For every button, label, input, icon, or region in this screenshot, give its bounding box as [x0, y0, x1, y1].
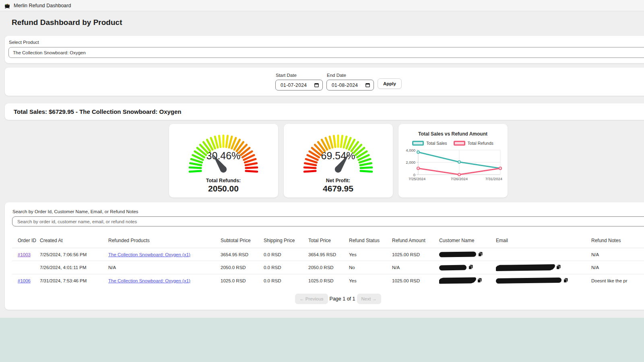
refunded-products: N/A [108, 265, 116, 270]
net-profit-gauge-percent: 69.54% [321, 150, 355, 161]
product-select-label: Select Product [9, 40, 644, 45]
refunds-table: Order IDCreated AtRefunded ProductsSubto… [12, 234, 644, 287]
order-id-link[interactable]: #1003 [18, 252, 31, 257]
svg-text:7/26/2024: 7/26/2024 [451, 177, 468, 181]
column-header-order-id: Order ID [12, 234, 40, 248]
copy-icon[interactable] [478, 252, 483, 257]
top-bar: Merlin Refund Dashboard [0, 0, 644, 11]
page-info: Page 1 of 1 [330, 296, 355, 302]
order-id-link[interactable]: #1006 [18, 278, 31, 283]
table-cell [496, 248, 591, 261]
table-cell: No [349, 261, 392, 274]
table-row: #10067/31/2024, 7:53:46 PMThe Collection… [12, 274, 644, 287]
column-header-refunded-products: Refunded Products [108, 234, 221, 248]
total-sales-swatch [412, 141, 424, 146]
table-cell: 1025.0 RSD [308, 274, 349, 287]
page-title: Refund Dashboard by Product [12, 18, 644, 27]
legend-label-total-refunds: Total Refunds [468, 141, 493, 146]
apply-button[interactable]: Apply [378, 78, 402, 89]
svg-text:7/25/2024: 7/25/2024 [409, 177, 425, 181]
date-filter-card: Start Date 01-07-2024 End Date 01-08-202… [5, 68, 644, 96]
refund-notes: N/A [591, 252, 599, 257]
table-cell: 3654.95 RSD [221, 248, 264, 261]
sales-vs-refunds-line-chart: 02,0004,0007/25/20247/26/20247/31/2024 [403, 147, 503, 183]
total-price: 3654.95 RSD [308, 252, 336, 257]
product-select[interactable]: The Collection Snowboard: Oxygen [8, 47, 644, 58]
table-cell: N/A [591, 248, 644, 261]
search-input[interactable] [12, 216, 644, 226]
svg-text:2,000: 2,000 [406, 160, 415, 165]
refund-amount: 1025.00 RSD [392, 278, 420, 283]
product-select-card: Select Product The Collection Snowboard:… [5, 36, 644, 63]
total-refunds-gauge-chart: 30.46% [177, 128, 270, 177]
next-page-button[interactable]: Next → [357, 294, 381, 304]
total-refunds-gauge-percent: 30.46% [206, 150, 241, 161]
column-header-refund-notes: Refund Notes [591, 234, 644, 248]
table-cell: 2050.0 RSD [308, 261, 349, 274]
table-row: 7/26/2024, 4:01:11 PMN/A2050.0 RSD0.0 RS… [12, 261, 644, 274]
start-date-input[interactable]: 01-07-2024 [275, 80, 323, 90]
table-cell: The Collection Snowboard: Oxygen (x1) [108, 248, 221, 261]
table-cell [496, 261, 591, 274]
merlin-cauldron-logo-icon [4, 2, 10, 9]
total-price: 1025.0 RSD [308, 278, 334, 283]
product-select-value: The Collection Snowboard: Oxygen [13, 50, 86, 55]
net-profit-gauge-card: 69.54% Net Profit: 4679.95 [284, 124, 393, 197]
table-cell: 0.0 RSD [264, 274, 308, 287]
table-cell: 2050.0 RSD [221, 261, 264, 274]
copy-icon[interactable] [564, 278, 568, 283]
column-header-email: Email [496, 234, 591, 248]
net-profit-gauge-label: Net Profit: [326, 178, 350, 183]
copy-icon[interactable] [469, 265, 473, 269]
table-cell: 0.0 RSD [264, 261, 308, 274]
table-cell: 1025.00 RSD [392, 274, 439, 287]
orders-table-card: Search by Order Id, Customer Name, Email… [5, 202, 644, 310]
previous-page-button[interactable]: ← Previous [295, 294, 328, 304]
shipping-price: 0.0 RSD [264, 252, 281, 257]
calendar-icon[interactable] [365, 83, 370, 87]
refunded-product-link[interactable]: The Collection Snowboard: Oxygen (x1) [108, 278, 190, 283]
refund-amount: N/A [392, 265, 400, 270]
end-date-value: 01-08-2024 [332, 82, 358, 88]
total-refunds-gauge-label: Total Refunds: [206, 178, 241, 183]
table-cell [496, 274, 591, 287]
email-redacted [496, 265, 554, 271]
sales-vs-refunds-chart-card: Total Sales vs Refund Amount Total Sales… [398, 124, 508, 197]
column-header-shipping-price: Shipping Price [264, 234, 308, 248]
start-date-value: 01-07-2024 [281, 82, 307, 88]
net-profit-gauge-value: 4679.95 [323, 184, 353, 193]
total-sales-card: Total Sales: $6729.95 - The Collection S… [5, 103, 644, 120]
column-header-created-at: Created At [40, 234, 108, 248]
table-cell: Doesnt like the pr [591, 274, 644, 287]
charts-row: 30.46% Total Refunds: 2050.00 69.54% Net… [0, 124, 644, 197]
table-cell: 1025.0 RSD [221, 274, 264, 287]
copy-icon[interactable] [556, 265, 561, 269]
created-at: 7/26/2024, 4:01:11 PM [40, 265, 87, 270]
table-cell [439, 261, 496, 274]
table-cell [12, 261, 40, 274]
customer-name-redacted [439, 278, 475, 284]
end-date-input[interactable]: 01-08-2024 [326, 80, 374, 90]
app-viewport: Merlin Refund Dashboard Refund Dashboard… [0, 0, 644, 362]
created-at: 7/31/2024, 7:53:46 PM [40, 278, 87, 283]
refunded-product-link[interactable]: The Collection Snowboard: Oxygen (x1) [108, 252, 190, 257]
created-at: 7/25/2024, 7:06:56 PM [40, 252, 87, 257]
copy-icon[interactable] [477, 278, 482, 283]
calendar-icon[interactable] [314, 83, 319, 87]
line-chart-title: Total Sales vs Refund Amount [418, 131, 487, 137]
table-cell: The Collection Snowboard: Oxygen (x1) [108, 274, 221, 287]
legend-label-total-sales: Total Sales [426, 141, 447, 146]
table-cell: 7/26/2024, 4:01:11 PM [40, 261, 108, 274]
table-cell: N/A [591, 261, 644, 274]
table-cell: 7/31/2024, 7:53:46 PM [40, 274, 108, 287]
table-cell: Yes [349, 274, 392, 287]
pagination: ← Previous Page 1 of 1 Next → [12, 294, 644, 304]
table-cell: 7/25/2024, 7:06:56 PM [40, 248, 108, 261]
subtotal-price: 2050.0 RSD [221, 265, 246, 270]
table-row: #10037/25/2024, 7:06:56 PMThe Collection… [12, 248, 644, 261]
column-header-refund-amount: Refund Amount [392, 234, 439, 248]
email-redacted [496, 278, 561, 284]
end-date-label: End Date [327, 73, 374, 78]
table-header-row: Order IDCreated AtRefunded ProductsSubto… [12, 234, 644, 248]
refund-status: No [349, 265, 355, 270]
